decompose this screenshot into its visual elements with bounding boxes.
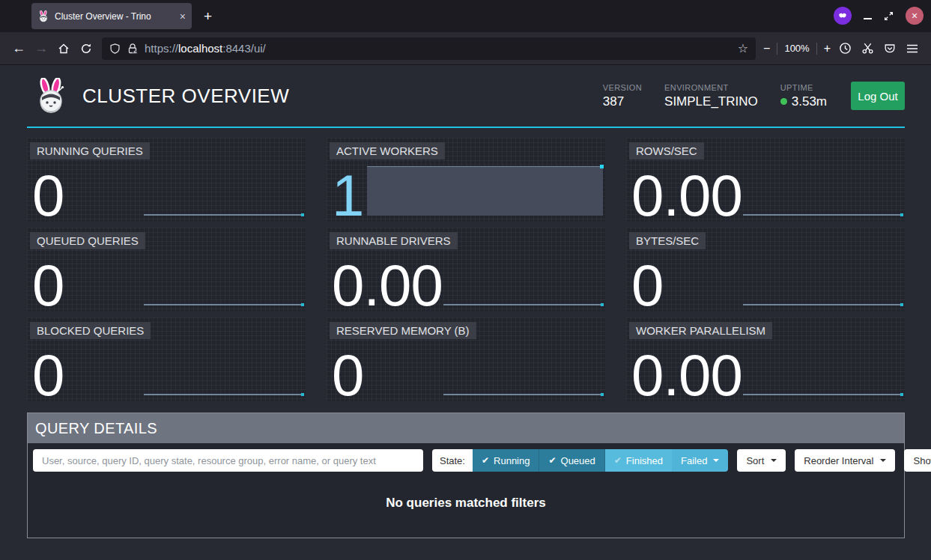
tab-title: Cluster Overview - Trino (55, 11, 175, 22)
stat-value: 0.00 (631, 338, 742, 401)
zoom-level[interactable]: 100% (784, 43, 809, 54)
state-queued-button[interactable]: ✔ Queued (539, 449, 604, 472)
pocket-icon[interactable] (879, 37, 901, 60)
stat-tile-reserved-memory: RESERVED MEMORY (B) 0 (327, 317, 605, 401)
meta-value: 3.53m (780, 94, 827, 109)
url-bar[interactable]: https://localhost:8443/ui/ ☆ (102, 37, 756, 60)
state-running-label: Running (494, 455, 530, 466)
sparkline (144, 394, 303, 395)
private-browsing-icon (834, 7, 852, 25)
url-path: :8443/ui/ (222, 42, 266, 55)
stat-value: 0 (32, 338, 64, 401)
meta-label: VERSION (603, 83, 642, 92)
meta-value: SIMPLE_TRINO (664, 94, 758, 109)
state-queued-label: Queued (561, 455, 595, 466)
meta-uptime: UPTIME 3.53m (780, 83, 827, 109)
empty-results-message: No queries matched filters (386, 496, 546, 511)
stat-label: ROWS/SEC (629, 142, 704, 159)
cluster-meta: VERSION 387 ENVIRONMENT SIMPLE_TRINO UPT… (603, 83, 827, 109)
page-header: CLUSTER OVERVIEW VERSION 387 ENVIRONMENT… (27, 65, 905, 128)
reorder-interval-dropdown[interactable]: Reorder Interval (795, 449, 895, 472)
screenshot-scissors-icon[interactable] (856, 37, 879, 60)
query-results-area: No queries matched filters (28, 478, 904, 538)
query-details-title: QUERY DETAILS (28, 413, 904, 443)
zoom-out-button[interactable]: − (763, 42, 770, 55)
stat-tile-running-queries: RUNNING QUERIES 0 (27, 138, 306, 222)
meta-value: 387 (603, 94, 642, 109)
stats-grid: RUNNING QUERIES 0 ACTIVE WORKERS 1 ROWS/… (27, 138, 905, 401)
query-filter-toolbar: State: ✔ Running ✔ Queued ✔ Finished Fa (28, 443, 904, 478)
browser-tab[interactable]: Cluster Overview - Trino × (31, 3, 192, 29)
separator (816, 43, 817, 55)
stat-value: 1 (332, 159, 363, 222)
show-dropdown[interactable]: Show (904, 449, 931, 472)
url-scheme: https:// (145, 42, 178, 55)
trino-favicon-icon (37, 10, 49, 22)
stat-tile-active-workers: ACTIVE WORKERS 1 (327, 138, 605, 222)
url-text[interactable]: https://localhost:8443/ui/ (145, 42, 732, 55)
sparkline (743, 394, 903, 395)
query-details-section: QUERY DETAILS State: ✔ Running ✔ Queued … (27, 413, 905, 538)
stat-label: ACTIVE WORKERS (330, 142, 445, 159)
minimize-button[interactable] (864, 18, 872, 19)
zoom-in-button[interactable]: + (824, 42, 831, 55)
new-tab-button[interactable]: + (204, 8, 212, 25)
browser-tab-bar: Cluster Overview - Trino × + × (0, 0, 931, 32)
zoom-controls: − 100% + (763, 42, 831, 55)
check-icon: ✔ (482, 455, 489, 466)
stat-label: BYTES/SEC (629, 232, 706, 249)
home-icon[interactable] (52, 37, 75, 60)
browser-navbar: ← → https://localhost:8443/ui/ ☆ (0, 32, 931, 65)
state-failed-dropdown[interactable]: Failed (672, 449, 728, 472)
state-failed-label: Failed (681, 455, 707, 466)
check-icon: ✔ (614, 455, 622, 466)
query-search-input[interactable] (33, 449, 423, 472)
stat-tile-blocked-queries: BLOCKED QUERIES 0 (27, 317, 306, 401)
history-clock-icon[interactable] (834, 37, 856, 60)
sparkline (743, 214, 903, 216)
uptime-status-dot (780, 98, 787, 105)
state-finished-label: Finished (626, 455, 663, 466)
stat-label: RESERVED MEMORY (B) (330, 322, 476, 339)
show-label: Show (913, 455, 931, 466)
state-filter-group: State: ✔ Running ✔ Queued ✔ Finished Fa (432, 449, 728, 472)
separator (777, 43, 777, 55)
state-filter-label: State: (432, 449, 473, 472)
tab-close-icon[interactable]: × (180, 10, 186, 22)
state-finished-button[interactable]: ✔ Finished (605, 449, 672, 472)
lock-warning-icon[interactable] (127, 43, 139, 55)
reload-icon[interactable] (75, 37, 97, 60)
sparkline (443, 304, 603, 305)
back-icon[interactable]: ← (7, 37, 30, 60)
stat-tile-runnable-drivers: RUNNABLE DRIVERS 0.00 (327, 228, 605, 311)
stat-value: 0.00 (332, 249, 443, 311)
state-running-button[interactable]: ✔ Running (473, 449, 540, 472)
sort-dropdown[interactable]: Sort (737, 449, 786, 472)
trino-logo-icon (33, 78, 69, 114)
meta-label: ENVIRONMENT (664, 83, 758, 92)
stat-label: RUNNING QUERIES (30, 142, 150, 159)
url-host: localhost (178, 42, 222, 55)
stat-value: 0 (631, 249, 663, 311)
stat-label: BLOCKED QUERIES (30, 322, 151, 339)
bookmark-star-icon[interactable]: ☆ (738, 41, 748, 55)
close-button[interactable]: × (906, 7, 924, 25)
stat-label: RUNNABLE DRIVERS (330, 232, 458, 249)
logout-button[interactable]: Log Out (851, 82, 905, 110)
sparkline (144, 214, 303, 216)
stat-tile-rows-sec: ROWS/SEC 0.00 (626, 138, 905, 222)
forward-icon: → (30, 37, 52, 60)
stat-tile-queued-queries: QUEUED QUERIES 0 (27, 228, 306, 311)
window-controls: × (834, 7, 924, 25)
stat-value: 0 (32, 159, 64, 222)
sparkline (743, 304, 903, 305)
chevron-down-icon (713, 459, 719, 462)
shield-icon[interactable] (109, 43, 121, 55)
maximize-button[interactable] (884, 11, 894, 21)
stat-value: 0 (32, 249, 64, 311)
stat-value: 0 (332, 338, 363, 401)
menu-hamburger-icon[interactable] (901, 37, 924, 60)
stat-label: WORKER PARALLELISM (629, 322, 772, 339)
meta-environment: ENVIRONMENT SIMPLE_TRINO (664, 83, 758, 109)
uptime-value: 3.53m (792, 94, 827, 109)
